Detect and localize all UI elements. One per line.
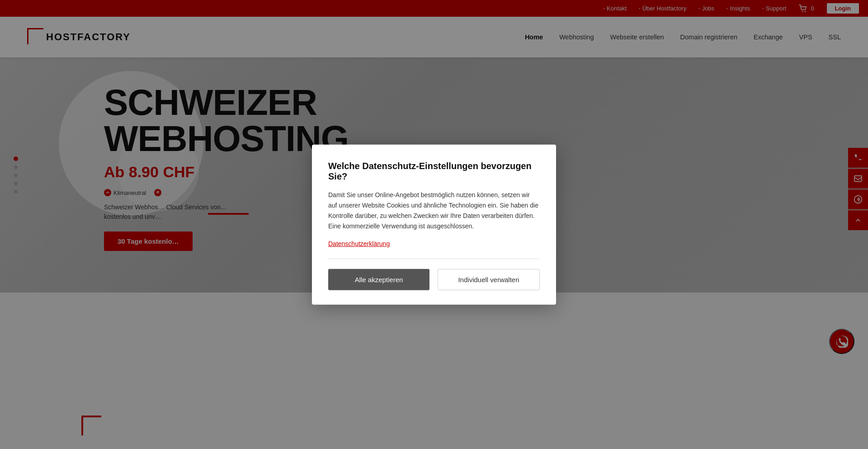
accept-all-button[interactable]: Alle akzeptieren — [328, 269, 429, 290]
cookie-body: Damit Sie unser Online-Angebot bestmögli… — [328, 189, 540, 231]
cookie-title: Welche Datenschutz-Einstellungen bevorzu… — [328, 161, 540, 181]
cookie-privacy-link[interactable]: Datenschutzerklärung — [328, 240, 390, 247]
cookie-dialog: Welche Datenschutz-Einstellungen bevorzu… — [312, 144, 556, 304]
cookie-divider — [328, 259, 540, 259]
cookie-buttons: Alle akzeptieren Individuell verwalten — [328, 269, 540, 290]
manage-button[interactable]: Individuell verwalten — [438, 269, 540, 290]
